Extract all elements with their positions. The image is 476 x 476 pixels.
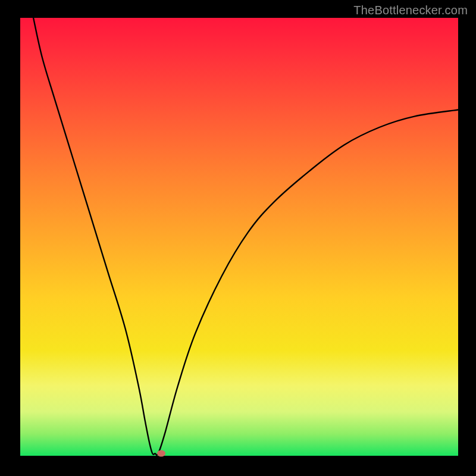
- curve-layer: [20, 18, 458, 456]
- bottleneck-curve-path: [33, 18, 458, 455]
- minimum-marker: [157, 450, 165, 457]
- chart-frame: TheBottlenecker.com: [0, 0, 476, 476]
- plot-area: [20, 18, 458, 456]
- watermark-label: TheBottlenecker.com: [353, 4, 468, 17]
